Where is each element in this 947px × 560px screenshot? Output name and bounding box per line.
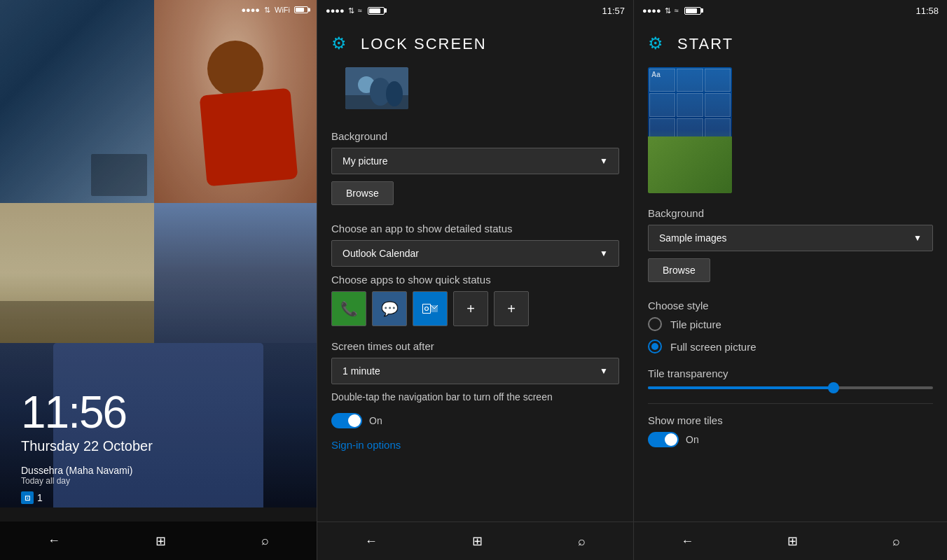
- start-background-arrow: ▼: [913, 233, 922, 243]
- show-more-tiles-text: On: [686, 434, 699, 445]
- battery-icon: [294, 6, 308, 13]
- lock-settings-header: ⚙ LOCK SCREEN: [317, 21, 633, 67]
- lock-settings-time: 11:57: [602, 6, 625, 16]
- quick-status-apps: 📞 💬 O + +: [331, 291, 619, 326]
- lock-win-nav[interactable]: ⊞: [465, 526, 490, 556]
- start-win-nav[interactable]: ⊞: [780, 526, 805, 556]
- badge-outlook-icon: ⊡: [21, 491, 34, 504]
- nav-bar-toggle-knob: [348, 414, 361, 427]
- start-battery-fill: [686, 8, 697, 13]
- nav-bar-toggle-track[interactable]: [331, 413, 362, 428]
- lock-event: Dussehra (Maha Navami) Today all day: [21, 465, 153, 486]
- detailed-status-label: Choose an app to show detailed status: [331, 223, 619, 234]
- start-preview-phone: Aa: [648, 67, 732, 193]
- tile-picture-label: Tile picture: [670, 318, 721, 330]
- lock-settings-panel: ●●●● ⇅ ≈ 11:57 ⚙ LOCK SCREEN Background: [317, 0, 633, 560]
- start-settings-title: START: [677, 35, 733, 53]
- start-gear-icon: ⚙: [648, 34, 669, 55]
- lock-date: Thursday 22 October: [21, 438, 153, 454]
- tile-transparency-label: Tile transparency: [648, 368, 933, 379]
- fullscreen-radio-inner: [651, 343, 658, 350]
- lock-status-icons: ●●●● ⇅ WiFi: [241, 6, 308, 15]
- lock-back-nav[interactable]: ←: [358, 527, 385, 556]
- show-more-tiles-knob: [665, 433, 677, 446]
- start-browse-button[interactable]: Browse: [648, 258, 710, 282]
- nav-bar-toggle-switch[interactable]: On: [331, 413, 619, 428]
- settings-divider: [648, 403, 933, 404]
- start-wifi-icon: ≈: [675, 6, 679, 15]
- start-settings-bottom-nav: ← ⊞ ⌕: [634, 522, 947, 560]
- lockscreen-status-bar: ●●●● ⇅ WiFi: [0, 0, 317, 20]
- start-background-label: Background: [648, 207, 933, 219]
- tile-transparency-section: Tile transparency: [648, 368, 933, 389]
- search-nav-icon[interactable]: ⌕: [254, 526, 276, 555]
- start-battery-icon: [684, 7, 701, 15]
- choose-style-label: Choose style: [648, 300, 933, 312]
- nav-bar-toggle-text: On: [369, 415, 382, 426]
- lock-search-nav[interactable]: ⌕: [571, 527, 593, 556]
- show-more-tiles-track[interactable]: [648, 432, 679, 447]
- svg-text:O: O: [424, 305, 429, 312]
- preview-cell-6: [705, 93, 731, 116]
- lock-badge: ⊡ 1: [21, 491, 153, 504]
- screen-timeout-dropdown[interactable]: 1 minute ▼: [331, 358, 619, 384]
- preview-tent: [648, 136, 732, 193]
- start-back-nav[interactable]: ←: [674, 527, 700, 556]
- background-browse-button[interactable]: Browse: [331, 181, 394, 205]
- transparency-slider-track[interactable]: [648, 386, 933, 389]
- preview-cell-1: [649, 69, 675, 92]
- lock-settings-status-icons: ●●●● ⇅ ≈: [326, 6, 362, 15]
- start-settings-content: Aa Background Sample images ▼ Browse Cho…: [634, 67, 947, 522]
- transparency-slider-thumb[interactable]: [828, 382, 839, 393]
- lock-info: 11:56 Thursday 22 October Dussehra (Maha…: [21, 390, 153, 504]
- start-background-dropdown[interactable]: Sample images ▼: [648, 225, 933, 251]
- messaging-app-tile[interactable]: 💬: [372, 291, 407, 326]
- fullscreen-picture-radio[interactable]: Full screen picture: [648, 340, 933, 354]
- detailed-status-dropdown[interactable]: Outlook Calendar ▼: [331, 240, 619, 267]
- screen-timeout-value: 1 minute: [343, 365, 380, 377]
- background-dropdown-arrow: ▼: [600, 156, 608, 166]
- badge-count: 1: [37, 492, 43, 503]
- lock-settings-status-bar: ●●●● ⇅ ≈ 11:57: [317, 0, 633, 21]
- nav-bar-toggle-label: Double-tap the navigation bar to turn of…: [331, 391, 619, 402]
- tile-picture-radio-outer: [648, 317, 662, 331]
- add-app-tile-1[interactable]: +: [453, 291, 488, 326]
- start-settings-panel: ●●●● ⇅ ≈ 11:58 ⚙ START Aa: [633, 0, 947, 560]
- transfer-icon: ⇅: [264, 6, 270, 15]
- preview-cell-2: [677, 69, 703, 92]
- windows-nav-icon[interactable]: ⊞: [148, 526, 173, 556]
- lock-settings-bottom-nav: ← ⊞ ⌕: [317, 522, 633, 560]
- start-search-nav[interactable]: ⌕: [885, 527, 907, 556]
- outlook-app-tile[interactable]: O: [413, 291, 448, 326]
- lock-time: 11:56: [21, 390, 153, 435]
- lock-settings-content: Background My picture ▼ Browse Choose an…: [317, 127, 633, 522]
- phone-app-tile[interactable]: 📞: [331, 291, 366, 326]
- preview-cell-3: [705, 69, 731, 92]
- start-settings-status-bar: ●●●● ⇅ ≈ 11:58: [634, 0, 947, 21]
- detailed-status-arrow: ▼: [600, 248, 608, 258]
- tile-picture-radio[interactable]: Tile picture: [648, 317, 933, 331]
- wifi-bar-icon: ≈: [358, 6, 362, 15]
- lock-battery-fill: [369, 8, 380, 13]
- add-app-tile-2[interactable]: +: [494, 291, 529, 326]
- screen-timeout-label: Screen times out after: [331, 340, 619, 352]
- detailed-status-value: Outlook Calendar: [343, 248, 419, 259]
- background-dropdown[interactable]: My picture ▼: [331, 148, 619, 174]
- sign-in-options-link[interactable]: Sign-in options: [331, 439, 619, 451]
- background-dropdown-value: My picture: [343, 155, 388, 167]
- svg-point-4: [386, 81, 403, 106]
- preview-svg: [345, 67, 408, 109]
- event-sub: Today all day: [21, 476, 153, 486]
- settings-gear-icon: ⚙: [331, 34, 352, 55]
- show-more-tiles-toggle[interactable]: On: [648, 432, 933, 447]
- back-nav-icon[interactable]: ←: [41, 526, 67, 555]
- fullscreen-picture-label: Full screen picture: [670, 341, 756, 353]
- fullscreen-radio-outer: [648, 340, 662, 354]
- nav-bar-toggle-row: Double-tap the navigation bar to turn of…: [331, 391, 619, 402]
- event-title: Dussehra (Maha Navami): [21, 465, 153, 476]
- lock-battery-icon: [368, 7, 385, 15]
- signal-icon: ●●●●: [241, 6, 260, 14]
- preview-grid: [648, 67, 732, 143]
- lock-settings-title: LOCK SCREEN: [361, 35, 487, 53]
- start-settings-header: ⚙ START: [634, 21, 947, 67]
